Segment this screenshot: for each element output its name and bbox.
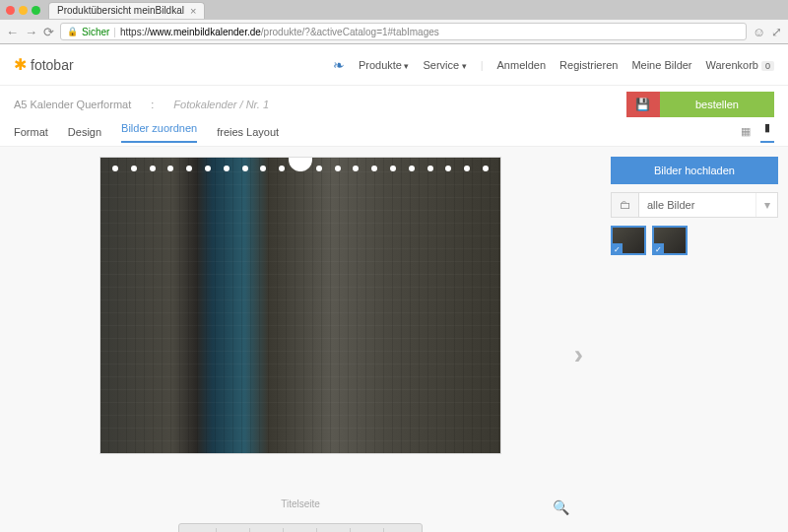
thumbnail[interactable]: ✓ — [611, 226, 646, 255]
user-icon[interactable]: ☺ — [753, 25, 765, 39]
thumbnail[interactable]: ✓ — [652, 226, 688, 255]
tab-format[interactable]: Format — [14, 126, 48, 138]
link-warenkorb[interactable]: Warenkorb 0 — [706, 59, 774, 71]
breadcrumb: A5 Kalender Querformat : Fotokalender / … — [14, 99, 269, 110]
link-registrieren[interactable]: Registrieren — [559, 59, 618, 71]
sidebar: Bilder hochladen 🗀 alle Bilder ▾ ✓ ✓ all… — [601, 147, 788, 532]
site-header: ✱ fotobar ❧ Produkte Service | Anmelden … — [0, 44, 788, 86]
upload-button[interactable]: Bilder hochladen — [611, 157, 778, 184]
browser-tab[interactable]: Produktübersicht meinBildkal × — [48, 2, 205, 19]
folder-icon: 🗀 — [612, 193, 639, 217]
logo[interactable]: ✱ fotobar — [14, 55, 74, 74]
filter-select[interactable]: 🗀 alle Bilder ▾ — [611, 192, 778, 218]
traffic-lights[interactable] — [6, 6, 40, 15]
canvas-area: › Titelseite 🔍 − + ↻ ↕ ↔ ✓ ⊘ — [0, 147, 601, 532]
logo-star-icon: ✱ — [14, 55, 27, 74]
save-icon[interactable]: 💾 — [626, 92, 660, 117]
tab-bilder-zuordnen[interactable]: Bilder zuordnen — [121, 122, 197, 143]
link-meine-bilder[interactable]: Meine Bilder — [631, 59, 691, 71]
thumbnail-list: ✓ ✓ — [611, 226, 778, 255]
close-tab-icon[interactable]: × — [190, 5, 196, 17]
nav-service[interactable]: Service — [423, 59, 466, 71]
calendar-preview[interactable] — [99, 157, 501, 454]
view-page-icon[interactable]: ▮ — [760, 121, 774, 143]
tab-title: Produktübersicht meinBildkal — [57, 5, 184, 16]
flip-v-icon[interactable]: ↕ — [284, 528, 317, 532]
image-toolbar: − + ↻ ↕ ↔ ✓ ⊘ — [178, 523, 423, 532]
editor-tabs: Format Design Bilder zuordnen freies Lay… — [0, 117, 788, 147]
check-icon: ✓ — [611, 243, 623, 255]
confirm-icon[interactable]: ✓ — [351, 528, 384, 532]
next-page-icon[interactable]: › — [574, 339, 583, 370]
secure-label: Sicher — [82, 27, 109, 37]
lock-icon: 🔒 — [67, 27, 78, 36]
tab-freies-layout[interactable]: freies Layout — [217, 126, 279, 138]
address-bar[interactable]: 🔒 Sicher | https://www.meinbildkalender.… — [60, 23, 747, 40]
binding-dots — [112, 166, 489, 171]
flip-h-icon[interactable]: ↔ — [317, 528, 351, 532]
link-anmelden[interactable]: Anmelden — [497, 59, 547, 71]
tab-design[interactable]: Design — [68, 126, 101, 138]
chevron-down-icon: ▾ — [755, 193, 777, 217]
zoom-in-icon[interactable]: + — [217, 528, 250, 532]
order-button[interactable]: 💾 bestellen — [626, 92, 774, 117]
page-caption: Titelseite — [281, 499, 320, 509]
back-icon[interactable]: ← — [6, 25, 19, 39]
nav-produkte[interactable]: Produkte — [359, 59, 410, 71]
check-icon: ✓ — [652, 243, 664, 255]
zoom-icon[interactable]: 🔍 — [553, 499, 569, 515]
view-grid-icon[interactable]: ▦ — [741, 125, 751, 138]
reload-icon[interactable]: ⟳ — [43, 25, 54, 39]
apply-icon[interactable]: ⊘ — [384, 528, 418, 532]
rotate-icon[interactable]: ↻ — [250, 528, 284, 532]
forward-icon[interactable]: → — [25, 25, 37, 39]
browser-chrome: Produktübersicht meinBildkal × ← → ⟳ 🔒 S… — [0, 0, 788, 44]
fullscreen-icon[interactable]: ⤢ — [771, 25, 782, 39]
zoom-out-icon[interactable]: − — [183, 528, 217, 532]
leaf-icon[interactable]: ❧ — [333, 57, 345, 73]
